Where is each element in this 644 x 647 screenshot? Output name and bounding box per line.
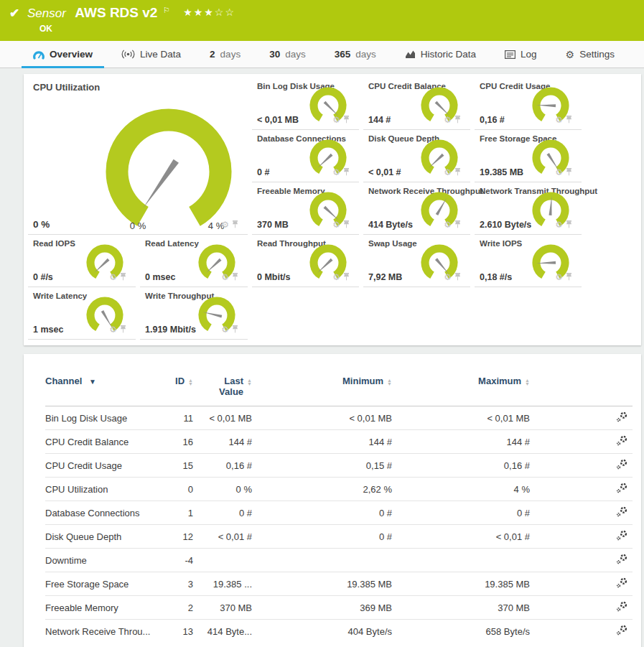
tab-30-days[interactable]: 30 days — [255, 41, 320, 68]
cell-maximum: 0,16 # — [395, 454, 533, 478]
tab-365-days[interactable]: 365 days — [320, 41, 391, 68]
gauge-settings-icon[interactable]: ⚙ — [332, 168, 340, 177]
gauge-value: 2.610 Byte/s — [480, 220, 531, 230]
gauge-actions: ⚙ — [555, 166, 572, 179]
gauge-settings-icon[interactable]: ⚙ — [555, 220, 563, 229]
pin-icon[interactable] — [343, 166, 350, 179]
gauge-database-connections[interactable]: Database Connections0 #⚙ — [252, 130, 359, 182]
tab-settings[interactable]: ⚙ Settings — [551, 41, 629, 68]
flag-icon[interactable]: ⚐ — [163, 6, 170, 14]
channel-settings-icon[interactable] — [616, 577, 628, 590]
gauge-cpu-credit-usage[interactable]: CPU Credit Usage0,16 #⚙ — [475, 78, 582, 130]
column-header-last-value[interactable]: Last Value▲▼ — [196, 373, 255, 406]
sensor-name: AWS RDS v2 — [75, 5, 157, 20]
channel-settings-icon[interactable] — [616, 625, 628, 638]
cell-actions — [533, 430, 633, 454]
gauge-write-throughput[interactable]: Write Throughput1.919 Mbit/s⚙ — [140, 287, 248, 340]
gauge-settings-icon[interactable]: ⚙ — [221, 273, 229, 281]
column-header-maximum[interactable]: Maximum▲▼ — [395, 373, 533, 406]
cell-last-value: 370 MB — [196, 596, 255, 620]
gauge-settings-icon[interactable]: ⚙ — [444, 116, 452, 124]
gauge-settings-icon[interactable]: ⚙ — [555, 273, 563, 281]
gauge-read-throughput[interactable]: Read Throughput0 Mbit/s⚙ — [252, 235, 359, 287]
tab-label: Settings — [579, 49, 615, 60]
pin-icon[interactable] — [566, 113, 572, 126]
tab-live-data[interactable]: Live Data — [107, 41, 195, 68]
column-header-minimum[interactable]: Minimum▲▼ — [255, 373, 395, 406]
gauge-value: 414 Byte/s — [368, 220, 413, 230]
column-header-id[interactable]: ID▲▼ — [167, 373, 196, 406]
gauge-settings-icon[interactable]: ⚙ — [109, 325, 117, 334]
gauge-settings-icon[interactable]: ⚙ — [555, 116, 563, 124]
cell-channel: Freeable Memory — [45, 596, 167, 620]
gauge-bin-log-disk-usage[interactable]: Bin Log Disk Usage< 0,01 MB⚙ — [252, 78, 359, 130]
gauge-actions: ⚙ — [555, 271, 572, 284]
gauge-disk-queue-depth[interactable]: Disk Queue Depth< 0,01 #⚙ — [363, 130, 470, 182]
gauge-settings-icon[interactable]: ⚙ — [444, 273, 452, 281]
cell-minimum: 369 MB — [255, 596, 395, 620]
gauge-settings-icon[interactable]: ⚙ — [109, 273, 117, 281]
gauge-settings-icon[interactable]: ⚙ — [221, 325, 229, 334]
gauge-write-latency[interactable]: Write Latency1 msec⚙ — [28, 287, 136, 340]
pin-icon[interactable] — [343, 113, 350, 126]
cell-maximum: < 0,01 # — [395, 525, 533, 549]
pin-icon[interactable] — [454, 113, 461, 126]
channel-settings-icon[interactable] — [616, 435, 628, 448]
tab-historic-data[interactable]: Historic Data — [391, 41, 490, 68]
gauge-actions: ⚙ — [444, 166, 461, 179]
gauge-settings-icon[interactable]: ⚙ — [221, 220, 229, 229]
tab-2-days[interactable]: 2 days — [195, 41, 255, 68]
gauge-settings-icon[interactable]: ⚙ — [332, 220, 340, 229]
gauge-cpu-credit-balance[interactable]: CPU Credit Balance144 #⚙ — [363, 78, 470, 130]
channel-settings-icon[interactable] — [616, 411, 628, 424]
pin-icon[interactable] — [343, 271, 350, 284]
gauge-swap-usage[interactable]: Swap Usage7,92 MB⚙ — [363, 235, 470, 287]
pin-icon[interactable] — [232, 271, 238, 284]
channel-settings-icon[interactable] — [616, 601, 628, 614]
gauge-settings-icon[interactable]: ⚙ — [444, 168, 452, 177]
gauge-value: 144 # — [368, 115, 391, 125]
cell-channel: CPU Credit Balance — [45, 430, 167, 454]
gauge-settings-icon[interactable]: ⚙ — [332, 273, 340, 281]
sensor-status: OK — [39, 24, 52, 34]
column-header-channel[interactable]: Channel ▼ — [45, 373, 167, 406]
pin-icon[interactable] — [343, 218, 350, 231]
gauge-write-iops[interactable]: Write IOPS0,18 #/s⚙ — [475, 235, 582, 287]
tab-log[interactable]: Log — [490, 41, 551, 68]
gauge-network-receive-throughput[interactable]: Network Receive Throughput414 Byte/s⚙ — [363, 182, 470, 235]
log-icon — [505, 50, 515, 59]
gauge-read-iops[interactable]: Read IOPS0 #/s⚙ — [28, 235, 136, 287]
pin-icon[interactable] — [232, 218, 238, 231]
priority-stars[interactable]: ★★★☆☆ — [183, 6, 235, 18]
cell-last-value — [196, 549, 255, 572]
cell-channel: CPU Credit Usage — [45, 454, 167, 478]
pin-icon[interactable] — [454, 271, 461, 284]
channel-settings-icon[interactable] — [616, 483, 628, 495]
channel-settings-icon[interactable] — [616, 459, 628, 472]
gauge-settings-icon[interactable]: ⚙ — [555, 168, 563, 177]
gauge-free-storage-space[interactable]: Free Storage Space19.385 MB⚙ — [475, 130, 582, 182]
pin-icon[interactable] — [120, 323, 126, 336]
gauge-settings-icon[interactable]: ⚙ — [444, 220, 452, 229]
cell-maximum: 370 MB — [395, 596, 533, 620]
channel-settings-icon[interactable] — [616, 530, 628, 543]
channel-settings-icon[interactable] — [616, 554, 628, 567]
gauge-cpu-utilization[interactable]: CPU Utilization 0 %4 % 0 % ⚙ — [28, 78, 248, 235]
gauge-settings-icon[interactable]: ⚙ — [332, 116, 340, 124]
pin-icon[interactable] — [120, 271, 126, 284]
gauge-network-transmit-throughput[interactable]: Network Transmit Throughput2.610 Byte/s⚙ — [475, 182, 582, 235]
column-header-actions — [533, 373, 633, 406]
pin-icon[interactable] — [454, 166, 461, 179]
gauge-read-latency[interactable]: Read Latency0 msec⚙ — [140, 235, 248, 287]
pin-icon[interactable] — [566, 166, 572, 179]
pin-icon[interactable] — [566, 271, 572, 284]
pin-icon[interactable] — [566, 218, 572, 231]
channel-settings-icon[interactable] — [616, 506, 628, 519]
gauge-freeable-memory[interactable]: Freeable Memory370 MB⚙ — [252, 182, 359, 235]
tab-overview[interactable]: Overview — [19, 41, 107, 68]
pin-icon[interactable] — [232, 323, 238, 336]
gauge-value: 0,16 # — [480, 115, 505, 125]
gauge-title: CPU Utilization — [33, 82, 245, 93]
pin-icon[interactable] — [454, 218, 461, 231]
object-kind-label: Sensor — [27, 6, 66, 20]
